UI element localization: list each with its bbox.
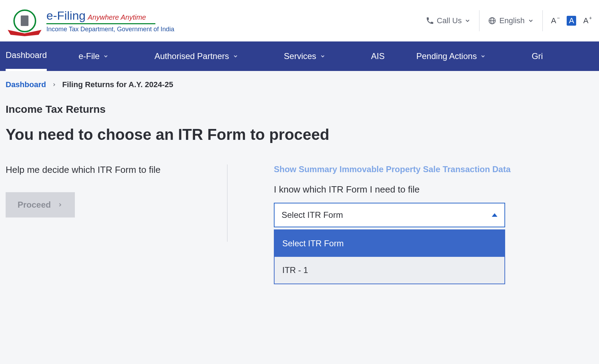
nav-ais-label: AIS xyxy=(371,51,385,61)
globe-icon xyxy=(488,17,496,25)
nav-efile-label: e-File xyxy=(78,51,99,61)
section-title: Income Tax Returns xyxy=(6,103,593,115)
separator xyxy=(479,10,479,31)
select-placeholder: Select ITR Form xyxy=(282,210,343,220)
select-form-column: Show Summary Immovable Property Sale Tra… xyxy=(227,164,593,284)
font-increase-button[interactable]: A+ xyxy=(583,16,592,25)
nav-partners[interactable]: Authorised Partners xyxy=(154,41,238,71)
nav-efile[interactable]: e-File xyxy=(78,41,109,71)
nav-pending-label: Pending Actions xyxy=(416,51,477,61)
itr-form-select: Select ITR Form Select ITR Form ITR - 1 xyxy=(274,203,505,284)
nav-services-label: Services xyxy=(284,51,316,61)
breadcrumb-root[interactable]: Dashboard xyxy=(6,80,46,89)
nav-grievances[interactable]: Gri xyxy=(532,41,543,71)
page-heading: You need to choose an ITR Form to procee… xyxy=(6,126,593,143)
logo-title-block: e-Filing Anywhere Anytime Income Tax Dep… xyxy=(46,9,174,33)
chevron-right-icon xyxy=(57,202,63,208)
chevron-right-icon xyxy=(52,82,57,87)
font-normal-button[interactable]: A xyxy=(567,16,576,26)
font-size-controls: A− A A+ xyxy=(551,16,592,26)
nav-partners-label: Authorised Partners xyxy=(154,51,229,61)
call-us-label: Call Us xyxy=(437,16,462,25)
phone-icon xyxy=(426,17,434,25)
proceed-label: Proceed xyxy=(18,200,51,210)
nav-services[interactable]: Services xyxy=(284,41,326,71)
know-which-form-text: I know which ITR Form I need to file xyxy=(274,184,593,195)
nav-dashboard-label: Dashboard xyxy=(6,50,47,60)
chevron-down-icon xyxy=(464,18,471,24)
separator xyxy=(542,10,543,31)
page-content: Income Tax Returns You need to choose an… xyxy=(0,89,599,284)
language-menu[interactable]: English xyxy=(488,16,534,25)
nav-dashboard[interactable]: Dashboard xyxy=(6,41,47,71)
emblem-logo xyxy=(7,7,42,35)
chevron-down-icon xyxy=(103,53,109,59)
breadcrumb: Dashboard Filing Returns for A.Y. 2024-2… xyxy=(0,71,599,89)
main-navbar: Dashboard e-File Authorised Partners Ser… xyxy=(0,41,599,71)
app-subtitle: Income Tax Department, Government of Ind… xyxy=(46,26,174,33)
two-column-layout: Help me decide which ITR Form to file Pr… xyxy=(6,164,593,284)
nav-grievances-label: Gri xyxy=(532,51,543,61)
nav-ais[interactable]: AIS xyxy=(371,41,385,71)
nav-pending[interactable]: Pending Actions xyxy=(416,41,486,71)
chevron-down-icon xyxy=(480,53,486,59)
summary-link[interactable]: Show Summary Immovable Property Sale Tra… xyxy=(274,164,593,174)
chevron-down-icon xyxy=(528,18,534,24)
top-header: e-Filing Anywhere Anytime Income Tax Dep… xyxy=(0,0,599,41)
dropdown-option-placeholder[interactable]: Select ITR Form xyxy=(275,230,504,257)
dropdown-option-itr1[interactable]: ITR - 1 xyxy=(275,257,504,284)
call-us-menu[interactable]: Call Us xyxy=(426,16,471,25)
chevron-down-icon xyxy=(233,53,238,59)
logo-block: e-Filing Anywhere Anytime Income Tax Dep… xyxy=(7,7,174,35)
help-decide-column: Help me decide which ITR Form to file Pr… xyxy=(6,164,227,284)
title-underline xyxy=(46,23,155,24)
caret-up-icon xyxy=(492,213,497,217)
font-decrease-button[interactable]: A− xyxy=(551,16,560,25)
help-decide-text: Help me decide which ITR Form to file xyxy=(6,164,213,175)
itr-form-select-box[interactable]: Select ITR Form xyxy=(274,203,505,227)
chevron-down-icon xyxy=(320,53,326,59)
language-label: English xyxy=(499,16,524,25)
breadcrumb-current: Filing Returns for A.Y. 2024-25 xyxy=(62,80,173,89)
proceed-button[interactable]: Proceed xyxy=(6,192,75,217)
top-right-controls: Call Us English A− A A+ xyxy=(426,10,592,31)
app-tagline: Anywhere Anytime xyxy=(88,13,146,21)
app-title: e-Filing xyxy=(46,9,85,22)
itr-form-dropdown: Select ITR Form ITR - 1 xyxy=(274,229,505,284)
